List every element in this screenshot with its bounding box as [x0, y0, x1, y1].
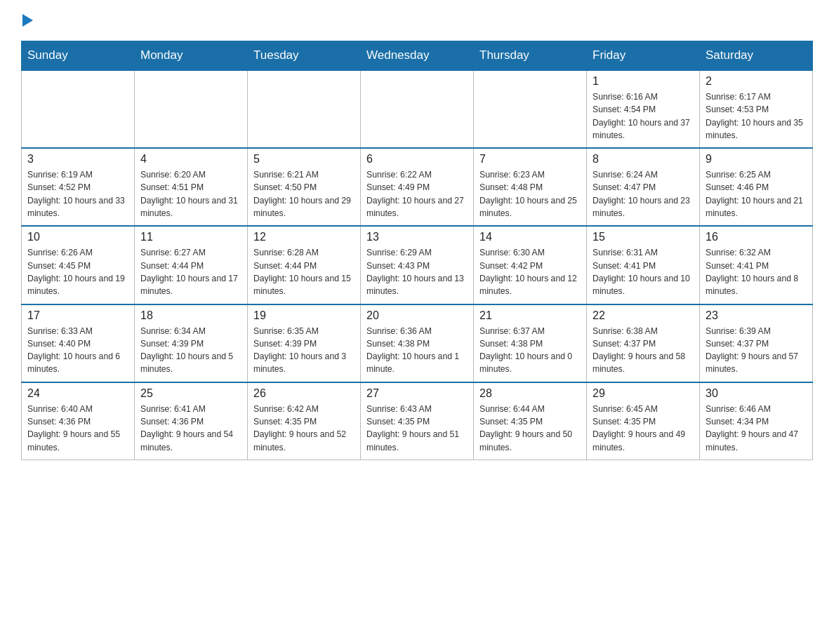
week-row-3: 10Sunrise: 6:26 AM Sunset: 4:45 PM Dayli…	[22, 226, 813, 304]
day-number: 14	[479, 231, 581, 243]
logo	[21, 14, 34, 27]
day-number: 3	[27, 153, 128, 166]
calendar-cell: 17Sunrise: 6:33 AM Sunset: 4:40 PM Dayli…	[22, 304, 135, 382]
day-info: Sunrise: 6:29 AM Sunset: 4:43 PM Dayligh…	[366, 246, 468, 297]
day-info: Sunrise: 6:27 AM Sunset: 4:44 PM Dayligh…	[140, 246, 241, 297]
day-info: Sunrise: 6:35 AM Sunset: 4:39 PM Dayligh…	[253, 325, 355, 376]
day-info: Sunrise: 6:21 AM Sunset: 4:50 PM Dayligh…	[253, 168, 355, 220]
day-number: 21	[479, 309, 581, 322]
weekday-header-friday: Friday	[587, 41, 700, 71]
page-header	[21, 14, 813, 27]
day-info: Sunrise: 6:16 AM Sunset: 4:54 PM Dayligh…	[593, 90, 694, 142]
calendar-cell: 5Sunrise: 6:21 AM Sunset: 4:50 PM Daylig…	[248, 148, 361, 226]
day-number: 6	[366, 153, 468, 166]
day-info: Sunrise: 6:24 AM Sunset: 4:47 PM Dayligh…	[593, 168, 694, 220]
day-info: Sunrise: 6:19 AM Sunset: 4:52 PM Dayligh…	[27, 168, 128, 220]
calendar-cell: 8Sunrise: 6:24 AM Sunset: 4:47 PM Daylig…	[587, 148, 700, 226]
day-number: 25	[140, 387, 241, 400]
calendar-cell: 26Sunrise: 6:42 AM Sunset: 4:35 PM Dayli…	[248, 382, 361, 460]
calendar-cell: 9Sunrise: 6:25 AM Sunset: 4:46 PM Daylig…	[700, 148, 813, 226]
calendar-cell	[135, 70, 248, 148]
day-number: 28	[479, 387, 581, 400]
day-info: Sunrise: 6:42 AM Sunset: 4:35 PM Dayligh…	[253, 403, 355, 454]
day-number: 2	[706, 75, 807, 88]
day-info: Sunrise: 6:36 AM Sunset: 4:38 PM Dayligh…	[366, 325, 468, 376]
day-info: Sunrise: 6:30 AM Sunset: 4:42 PM Dayligh…	[479, 246, 581, 297]
week-row-5: 24Sunrise: 6:40 AM Sunset: 4:36 PM Dayli…	[22, 382, 813, 460]
day-info: Sunrise: 6:28 AM Sunset: 4:44 PM Dayligh…	[253, 246, 355, 297]
calendar-cell: 24Sunrise: 6:40 AM Sunset: 4:36 PM Dayli…	[22, 382, 135, 460]
day-info: Sunrise: 6:45 AM Sunset: 4:35 PM Dayligh…	[593, 403, 694, 454]
day-info: Sunrise: 6:31 AM Sunset: 4:41 PM Dayligh…	[593, 246, 694, 297]
calendar-cell	[22, 70, 135, 148]
day-info: Sunrise: 6:20 AM Sunset: 4:51 PM Dayligh…	[140, 168, 241, 220]
day-info: Sunrise: 6:37 AM Sunset: 4:38 PM Dayligh…	[479, 325, 581, 376]
calendar-cell: 18Sunrise: 6:34 AM Sunset: 4:39 PM Dayli…	[135, 304, 248, 382]
calendar-table: SundayMondayTuesdayWednesdayThursdayFrid…	[21, 41, 813, 460]
day-number: 17	[27, 309, 128, 322]
calendar-cell: 10Sunrise: 6:26 AM Sunset: 4:45 PM Dayli…	[22, 226, 135, 304]
day-number: 29	[593, 387, 694, 400]
calendar-cell	[361, 70, 474, 148]
calendar-cell: 16Sunrise: 6:32 AM Sunset: 4:41 PM Dayli…	[700, 226, 813, 304]
calendar-cell: 1Sunrise: 6:16 AM Sunset: 4:54 PM Daylig…	[587, 70, 700, 148]
day-number: 30	[706, 387, 807, 400]
day-info: Sunrise: 6:44 AM Sunset: 4:35 PM Dayligh…	[479, 403, 581, 454]
day-number: 18	[140, 309, 241, 322]
calendar-cell: 11Sunrise: 6:27 AM Sunset: 4:44 PM Dayli…	[135, 226, 248, 304]
calendar-cell: 13Sunrise: 6:29 AM Sunset: 4:43 PM Dayli…	[361, 226, 474, 304]
weekday-header-wednesday: Wednesday	[361, 41, 474, 71]
week-row-2: 3Sunrise: 6:19 AM Sunset: 4:52 PM Daylig…	[22, 148, 813, 226]
day-info: Sunrise: 6:33 AM Sunset: 4:40 PM Dayligh…	[27, 325, 128, 376]
calendar-cell: 6Sunrise: 6:22 AM Sunset: 4:49 PM Daylig…	[361, 148, 474, 226]
calendar-cell	[474, 70, 587, 148]
calendar-cell: 21Sunrise: 6:37 AM Sunset: 4:38 PM Dayli…	[474, 304, 587, 382]
day-number: 4	[140, 153, 241, 166]
day-info: Sunrise: 6:17 AM Sunset: 4:53 PM Dayligh…	[706, 90, 807, 142]
day-number: 19	[253, 309, 355, 322]
weekday-header-monday: Monday	[135, 41, 248, 71]
day-info: Sunrise: 6:46 AM Sunset: 4:34 PM Dayligh…	[706, 403, 807, 454]
calendar-cell: 7Sunrise: 6:23 AM Sunset: 4:48 PM Daylig…	[474, 148, 587, 226]
day-info: Sunrise: 6:23 AM Sunset: 4:48 PM Dayligh…	[479, 168, 581, 220]
day-number: 23	[706, 309, 807, 322]
calendar-cell	[248, 70, 361, 148]
day-number: 9	[706, 153, 807, 166]
calendar-cell: 15Sunrise: 6:31 AM Sunset: 4:41 PM Dayli…	[587, 226, 700, 304]
calendar-cell: 25Sunrise: 6:41 AM Sunset: 4:36 PM Dayli…	[135, 382, 248, 460]
weekday-header-thursday: Thursday	[474, 41, 587, 71]
day-info: Sunrise: 6:26 AM Sunset: 4:45 PM Dayligh…	[27, 246, 128, 297]
day-info: Sunrise: 6:40 AM Sunset: 4:36 PM Dayligh…	[27, 403, 128, 454]
day-info: Sunrise: 6:39 AM Sunset: 4:37 PM Dayligh…	[706, 325, 807, 376]
day-number: 26	[253, 387, 355, 400]
logo-arrow-icon	[22, 14, 33, 27]
day-number: 1	[593, 75, 694, 88]
day-number: 13	[366, 231, 468, 243]
day-number: 15	[593, 231, 694, 243]
calendar-cell: 4Sunrise: 6:20 AM Sunset: 4:51 PM Daylig…	[135, 148, 248, 226]
day-info: Sunrise: 6:41 AM Sunset: 4:36 PM Dayligh…	[140, 403, 241, 454]
calendar-cell: 12Sunrise: 6:28 AM Sunset: 4:44 PM Dayli…	[248, 226, 361, 304]
day-info: Sunrise: 6:22 AM Sunset: 4:49 PM Dayligh…	[366, 168, 468, 220]
calendar-cell: 29Sunrise: 6:45 AM Sunset: 4:35 PM Dayli…	[587, 382, 700, 460]
day-info: Sunrise: 6:43 AM Sunset: 4:35 PM Dayligh…	[366, 403, 468, 454]
weekday-header-saturday: Saturday	[700, 41, 813, 71]
day-number: 10	[27, 231, 128, 243]
calendar-cell: 23Sunrise: 6:39 AM Sunset: 4:37 PM Dayli…	[700, 304, 813, 382]
weekday-header-tuesday: Tuesday	[248, 41, 361, 71]
day-number: 22	[593, 309, 694, 322]
day-info: Sunrise: 6:34 AM Sunset: 4:39 PM Dayligh…	[140, 325, 241, 376]
day-number: 8	[593, 153, 694, 166]
day-number: 20	[366, 309, 468, 322]
calendar-cell: 2Sunrise: 6:17 AM Sunset: 4:53 PM Daylig…	[700, 70, 813, 148]
week-row-1: 1Sunrise: 6:16 AM Sunset: 4:54 PM Daylig…	[22, 70, 813, 148]
weekday-header-row: SundayMondayTuesdayWednesdayThursdayFrid…	[22, 41, 813, 71]
week-row-4: 17Sunrise: 6:33 AM Sunset: 4:40 PM Dayli…	[22, 304, 813, 382]
calendar-cell: 30Sunrise: 6:46 AM Sunset: 4:34 PM Dayli…	[700, 382, 813, 460]
day-number: 7	[479, 153, 581, 166]
calendar-cell: 27Sunrise: 6:43 AM Sunset: 4:35 PM Dayli…	[361, 382, 474, 460]
day-number: 24	[27, 387, 128, 400]
day-number: 12	[253, 231, 355, 243]
calendar-cell: 22Sunrise: 6:38 AM Sunset: 4:37 PM Dayli…	[587, 304, 700, 382]
calendar-cell: 28Sunrise: 6:44 AM Sunset: 4:35 PM Dayli…	[474, 382, 587, 460]
